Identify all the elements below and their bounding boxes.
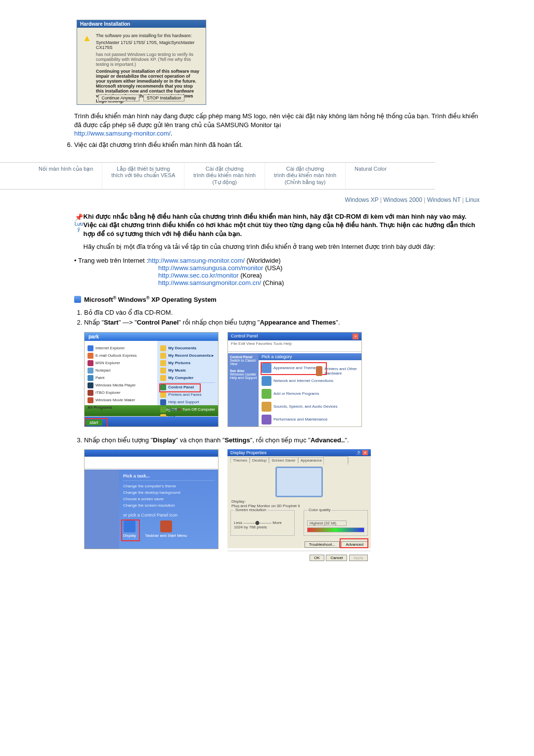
ok-button[interactable]: OK <box>310 555 324 561</box>
link-windows-xp[interactable]: Windows XP <box>345 196 379 203</box>
pick-a-task-header: Pick a task... <box>123 473 214 481</box>
tab-natural-color[interactable]: Natural Color <box>345 163 396 189</box>
apply-button[interactable]: Apply <box>349 555 368 561</box>
note-bold-text: Khi được nhắc bằng hệ điều hành của chươ… <box>84 212 480 238</box>
link-windows-2000[interactable]: Windows 2000 <box>383 196 422 203</box>
close-icon[interactable]: × <box>353 333 358 339</box>
hardware-installation-dialog: Hardware Installation The software you a… <box>77 20 206 105</box>
troubleshoot-button[interactable]: Troubleshoot... <box>305 541 340 548</box>
dialog-text-3: has not passed Windows Logo testing to v… <box>96 52 200 67</box>
paragraph-1: Trình điều khiển màn hình này đang được … <box>74 112 478 129</box>
warning-icon <box>83 33 91 42</box>
display-properties-tabs: ThemesDesktopScreen SaverAppearanceSetti… <box>227 456 371 463</box>
start-menu-right-column: My Documents My Recent Documents ▸ My Pi… <box>157 341 218 405</box>
tab-connect-monitor[interactable]: Nối màn hình của bạn <box>30 163 102 189</box>
screenshot-display-properties: Display Properties ?× ThemesDesktopScree… <box>227 449 371 548</box>
start-menu-user: park <box>85 332 218 341</box>
start-menu-left-column: Internet Explorer E-mail Outlook Express… <box>85 341 157 405</box>
screenshot-control-panel: Control Panel× File Edit View Favorites … <box>227 332 362 427</box>
step-6: Việc cài đặt chương trình điều khiển màn… <box>74 141 480 148</box>
tab-install-manual[interactable]: Cài đặt chươngtrình điều khiển màn hình(… <box>265 163 345 189</box>
cpanel-sidebar: Control PanelSwitch to Classic View See … <box>228 353 263 426</box>
screen-resolution-value: 1024 by 768 pixels <box>234 525 267 529</box>
continue-anyway-button[interactable]: Continue Anyway <box>98 94 140 101</box>
color-quality-value[interactable]: Highest (32 bit) <box>307 520 347 526</box>
os-bullet-icon <box>74 296 81 303</box>
section-tabs: Nối màn hình của bạn Lắp đặt thiết bị tư… <box>0 162 435 189</box>
dialog-text-2: SyncMaster 171S/ 175S/ 170S, MagicSyncMa… <box>96 40 200 50</box>
screenshot-start-menu: park Internet Explorer E-mail Outlook Ex… <box>84 332 219 427</box>
cpanel-menu: File Edit View Favorites Tools Help <box>228 340 361 352</box>
display-properties-title: Display Properties <box>230 450 267 455</box>
internet-sites-row: Trang web trên Internet :http://www.sams… <box>74 257 480 264</box>
link-worldwide[interactable]: http://www.samsung-monitor.com/ <box>148 257 245 264</box>
tab-install-auto[interactable]: Cài đặt chươngtrình điều khiển màn hình(… <box>184 163 265 189</box>
note-plain-text: Hãy chuẩn bị một đĩa trống và tải về tập… <box>84 242 480 251</box>
cpanel-title: Control Panel <box>231 333 258 339</box>
os-heading: Microsoft® Windows® XP Operating System <box>74 295 480 303</box>
link-windows-nt[interactable]: Windows NT <box>427 196 461 203</box>
monitor-icon <box>275 467 323 497</box>
or-pick-icon-header: or pick a Control Panel icon <box>123 513 214 518</box>
step-1: Bỏ đĩa CD vào ổ đĩa CD-ROM. <box>84 308 480 317</box>
pick-category-header: Pick a category <box>259 353 361 360</box>
samsung-monitor-link[interactable]: http://www.samsung-monitor.com/ <box>74 130 171 137</box>
step-2: Nhấp "Start" —> "Control Panel" rồi nhấp… <box>84 318 480 327</box>
cancel-button[interactable]: Cancel <box>326 555 347 561</box>
link-usa[interactable]: http://www.samsungusa.com/monitor <box>158 264 263 272</box>
start-button[interactable]: start <box>86 420 102 425</box>
stop-installation-button[interactable]: STOP Installation <box>143 94 185 101</box>
link-china[interactable]: http://www.samsungmonitor.com.cn/ <box>158 279 261 286</box>
link-korea[interactable]: http://www.sec.co.kr/monitor <box>158 272 239 279</box>
dialog-title: Hardware Installation <box>77 20 206 28</box>
step-3: Nhấp chọn biểu tượng "Display" và chọn t… <box>84 436 480 445</box>
tab-vesa[interactable]: Lắp đặt thiết bị tươngthích với tiêu chu… <box>102 163 184 189</box>
close-icon[interactable]: × <box>362 450 368 455</box>
screenshot-appearance-themes: Pick a task... Change the computer's the… <box>84 449 219 549</box>
link-linux[interactable]: Linux <box>465 196 480 203</box>
note-icon: Lưu ý <box>74 212 84 254</box>
os-links: Windows XP | Windows 2000 | Windows NT |… <box>74 196 480 203</box>
dialog-text-1: The software you are installing for this… <box>96 33 200 38</box>
